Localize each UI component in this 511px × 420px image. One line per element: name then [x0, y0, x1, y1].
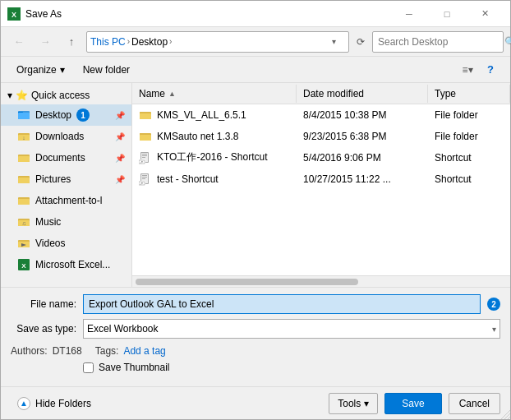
- file-name-cell: ↗ KTO工作-2016 - Shortcut: [132, 149, 297, 166]
- filename-row: File name: 2: [11, 294, 500, 314]
- file-name: KTO工作-2016 - Shortcut: [157, 150, 268, 164]
- sidebar-item-documents[interactable]: Documents 📌: [1, 147, 131, 168]
- svg-text:↗: ↗: [140, 180, 143, 185]
- quick-access-icon: ⭐: [16, 90, 28, 101]
- file-type-cell: Shortcut: [428, 150, 510, 165]
- file-date-cell: 9/23/2015 6:38 PM: [297, 129, 428, 144]
- back-button[interactable]: ←: [7, 31, 30, 53]
- shortcut-icon: ↗: [139, 151, 152, 164]
- tools-label: Tools: [338, 398, 361, 409]
- svg-rect-30: [140, 113, 151, 119]
- sidebar-item-pictures[interactable]: Pictures 📌: [1, 168, 131, 190]
- add-tag-link[interactable]: Add a tag: [123, 345, 165, 357]
- maximize-button[interactable]: □: [428, 1, 466, 27]
- thumbnail-checkbox[interactable]: [83, 362, 94, 373]
- view-icon: ≡: [462, 64, 467, 76]
- hide-folders-label: Hide Folders: [35, 398, 91, 409]
- cancel-button[interactable]: Cancel: [449, 393, 500, 414]
- pin-icon-pictures: 📌: [115, 175, 125, 184]
- refresh-button[interactable]: ⟳: [352, 34, 369, 50]
- sidebar-item-music[interactable]: ♫ Music: [1, 211, 131, 233]
- search-input[interactable]: [378, 36, 501, 48]
- up-button[interactable]: ↑: [60, 31, 83, 53]
- downloads-folder-icon: ↓: [17, 130, 30, 143]
- new-folder-label: New folder: [83, 64, 130, 76]
- tools-button[interactable]: Tools ▾: [329, 393, 378, 414]
- view-toggle-button[interactable]: ≡ ▾: [458, 60, 477, 80]
- forward-button[interactable]: →: [34, 31, 57, 53]
- file-list-container: Name ▲ Date modified Type: [132, 83, 510, 287]
- help-button[interactable]: ?: [481, 60, 500, 80]
- filename-label: File name:: [11, 298, 76, 310]
- savetype-select[interactable]: Excel Workbook ▾: [83, 319, 500, 339]
- shortcut-icon: ↗: [139, 173, 152, 186]
- quick-access-header[interactable]: ▾ ⭐ Quick access: [1, 86, 131, 104]
- horizontal-scrollbar[interactable]: [132, 275, 510, 287]
- svg-rect-44: [142, 175, 147, 176]
- resize-grip[interactable]: [499, 408, 510, 419]
- savetype-value: Excel Workbook: [87, 323, 158, 335]
- svg-rect-4: [18, 113, 30, 119]
- scroll-thumb[interactable]: [136, 279, 358, 285]
- thumbnail-label[interactable]: Save Thumbnail: [99, 362, 170, 373]
- table-row[interactable]: KMS_VL_ALL_6.5.1 8/4/2015 10:38 PM File …: [132, 104, 510, 126]
- title-bar: X Save As ─ □ ✕: [1, 1, 510, 27]
- tools-dropdown-icon: ▾: [364, 398, 369, 409]
- meta-row: Authors: DT168 Tags: Add a tag: [11, 344, 500, 358]
- file-name-cell: KMSauto net 1.3.8: [132, 128, 297, 145]
- breadcrumb-desktop[interactable]: Desktop: [131, 36, 168, 48]
- sidebar-item-microsoft-excel[interactable]: X Microsoft Excel...: [1, 254, 131, 275]
- hide-folders-button[interactable]: ▲ Hide Folders: [11, 394, 98, 413]
- savetype-dropdown-icon: ▾: [492, 325, 496, 334]
- save-form: File name: 2 Save as type: Excel Workboo…: [1, 287, 510, 386]
- sidebar-item-desktop[interactable]: Desktop 1 📌: [1, 104, 131, 126]
- svg-text:♫: ♫: [21, 220, 25, 226]
- file-name: KMSauto net 1.3.8: [157, 131, 238, 142]
- quick-access-chevron-icon: ▾: [7, 90, 12, 101]
- sidebar: ▾ ⭐ Quick access Desktop 1 📌: [1, 83, 132, 287]
- organize-button[interactable]: Organize ▾: [11, 60, 71, 80]
- file-name: KMS_VL_ALL_6.5.1: [157, 109, 246, 121]
- filename-input[interactable]: [83, 294, 481, 314]
- svg-rect-36: [142, 154, 147, 155]
- svg-line-52: [508, 417, 510, 419]
- window-controls: ─ □ ✕: [390, 1, 504, 27]
- pin-icon-desktop: 📌: [115, 111, 125, 120]
- sidebar-item-videos[interactable]: Videos: [1, 233, 131, 254]
- app-icon: X: [7, 7, 21, 21]
- address-dropdown-button[interactable]: ▾: [332, 37, 345, 46]
- close-button[interactable]: ✕: [466, 1, 504, 27]
- tags-label: Tags:: [95, 345, 119, 357]
- svg-text:X: X: [12, 11, 16, 19]
- folder-closed-icon: [139, 130, 152, 143]
- attachment-folder-icon: [17, 194, 30, 207]
- navigation-toolbar: ← → ↑ This PC › Desktop › ▾ ⟳ 🔍: [1, 27, 510, 57]
- sidebar-item-downloads[interactable]: ↓ Downloads 📌: [1, 126, 131, 147]
- filename-badge: 2: [487, 298, 500, 311]
- documents-folder-icon: [17, 151, 30, 164]
- column-header-type[interactable]: Type: [428, 85, 510, 103]
- svg-text:↓: ↓: [22, 135, 25, 141]
- table-row[interactable]: KMSauto net 1.3.8 9/23/2015 6:38 PM File…: [132, 126, 510, 147]
- table-row[interactable]: ↗ test - Shortcut 10/27/2015 11:22 ... S…: [132, 168, 510, 190]
- column-header-date[interactable]: Date modified: [297, 85, 428, 103]
- sidebar-item-attachment[interactable]: Attachment-to-l: [1, 190, 131, 211]
- sidebar-videos-label: Videos: [35, 238, 65, 249]
- svg-rect-17: [18, 199, 30, 205]
- file-type-cell: Shortcut: [428, 172, 510, 187]
- sidebar-desktop-label: Desktop: [35, 109, 71, 121]
- address-bar[interactable]: This PC › Desktop › ▾: [86, 31, 349, 53]
- save-button[interactable]: Save: [384, 393, 441, 414]
- file-name-cell: KMS_VL_ALL_6.5.1: [132, 107, 297, 123]
- view-controls: ≡ ▾ ?: [458, 60, 500, 80]
- sidebar-excel-label: Microsoft Excel...: [35, 259, 110, 270]
- breadcrumb-this-pc[interactable]: This PC: [90, 36, 126, 48]
- new-folder-button[interactable]: New folder: [77, 60, 136, 80]
- file-name: test - Shortcut: [157, 173, 219, 185]
- table-row[interactable]: ↗ KTO工作-2016 - Shortcut 5/4/2016 9:06 PM…: [132, 147, 510, 168]
- file-list: KMS_VL_ALL_6.5.1 8/4/2015 10:38 PM File …: [132, 104, 510, 275]
- svg-rect-38: [142, 157, 145, 158]
- minimize-button[interactable]: ─: [390, 1, 428, 27]
- authors-label: Authors:: [11, 345, 48, 357]
- column-header-name[interactable]: Name ▲: [132, 85, 297, 103]
